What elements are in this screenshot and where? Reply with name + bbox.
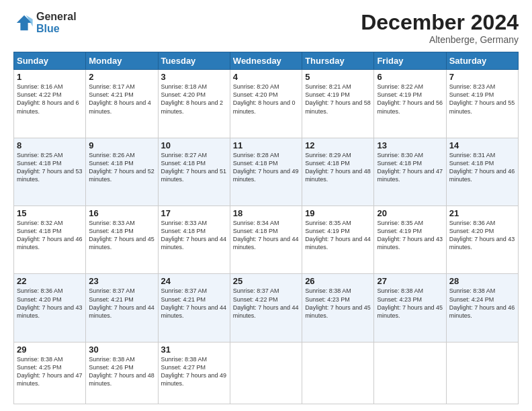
table-row: 10 Sunrise: 8:27 AM Sunset: 4:18 PM Dayl… — [158, 138, 230, 205]
daylight-label: Daylight: 7 hours and 48 minutes. — [305, 168, 371, 183]
daylight-label: Daylight: 7 hours and 43 minutes. — [449, 236, 515, 250]
logo: General Blue — [13, 11, 77, 34]
sunrise-label: Sunrise: 8:18 AM — [161, 83, 208, 90]
col-sunday: Sunday — [14, 52, 86, 70]
sunrise-label: Sunrise: 8:25 AM — [17, 152, 63, 158]
col-thursday: Thursday — [302, 52, 374, 70]
daylight-label: Daylight: 7 hours and 55 minutes. — [449, 99, 515, 114]
day-number: 28 — [449, 276, 515, 286]
day-info: Sunrise: 8:23 AM Sunset: 4:19 PM Dayligh… — [449, 83, 515, 116]
table-row: 28 Sunrise: 8:38 AM Sunset: 4:24 PM Dayl… — [446, 274, 518, 342]
daylight-label: Daylight: 7 hours and 46 minutes. — [449, 304, 515, 319]
sunset-label: Sunset: 4:18 PM — [305, 160, 350, 167]
day-info: Sunrise: 8:36 AM Sunset: 4:20 PM Dayligh… — [17, 287, 83, 320]
title-block: December 2024 Altenberge, Germany — [361, 11, 519, 45]
daylight-label: Daylight: 7 hours and 46 minutes. — [17, 236, 83, 250]
daylight-label: Daylight: 8 hours and 6 minutes. — [17, 99, 79, 114]
day-number: 23 — [89, 276, 154, 286]
table-row: 3 Sunrise: 8:18 AM Sunset: 4:20 PM Dayli… — [158, 70, 230, 138]
day-info: Sunrise: 8:35 AM Sunset: 4:19 PM Dayligh… — [305, 219, 371, 252]
sunrise-label: Sunrise: 8:22 AM — [377, 83, 423, 90]
day-number: 10 — [161, 140, 227, 150]
day-number: 6 — [377, 72, 443, 82]
day-number: 14 — [449, 140, 515, 150]
sunrise-label: Sunrise: 8:29 AM — [305, 152, 351, 158]
table-row: 25 Sunrise: 8:37 AM Sunset: 4:22 PM Dayl… — [230, 274, 302, 342]
sunset-label: Sunset: 4:21 PM — [89, 296, 134, 303]
sunrise-label: Sunrise: 8:33 AM — [161, 220, 208, 226]
sunset-label: Sunset: 4:18 PM — [17, 160, 62, 167]
sunset-label: Sunset: 4:22 PM — [233, 296, 278, 303]
calendar-week-row: 15 Sunrise: 8:32 AM Sunset: 4:18 PM Dayl… — [14, 206, 519, 274]
table-row: 2 Sunrise: 8:17 AM Sunset: 4:21 PM Dayli… — [86, 70, 158, 138]
table-row: 24 Sunrise: 8:37 AM Sunset: 4:21 PM Dayl… — [158, 274, 230, 342]
day-info: Sunrise: 8:38 AM Sunset: 4:23 PM Dayligh… — [305, 287, 371, 320]
day-number: 25 — [233, 276, 299, 286]
day-info: Sunrise: 8:38 AM Sunset: 4:24 PM Dayligh… — [449, 287, 515, 320]
sunrise-label: Sunrise: 8:36 AM — [449, 220, 496, 226]
day-number: 17 — [161, 208, 227, 218]
table-row: 22 Sunrise: 8:36 AM Sunset: 4:20 PM Dayl… — [14, 274, 86, 342]
logo-general-text: General — [36, 11, 77, 23]
sunset-label: Sunset: 4:27 PM — [161, 364, 206, 371]
logo-blue-text: Blue — [36, 23, 77, 35]
day-number: 12 — [305, 140, 371, 150]
sunset-label: Sunset: 4:20 PM — [17, 296, 62, 303]
daylight-label: Daylight: 7 hours and 44 minutes. — [89, 304, 154, 319]
sunset-label: Sunset: 4:26 PM — [89, 364, 134, 371]
day-info: Sunrise: 8:21 AM Sunset: 4:19 PM Dayligh… — [305, 83, 371, 116]
table-row: 31 Sunrise: 8:38 AM Sunset: 4:27 PM Dayl… — [158, 342, 230, 404]
sunset-label: Sunset: 4:18 PM — [161, 160, 206, 167]
sunrise-label: Sunrise: 8:30 AM — [377, 152, 423, 158]
day-number: 18 — [233, 208, 299, 218]
sunset-label: Sunset: 4:20 PM — [161, 91, 206, 98]
day-info: Sunrise: 8:27 AM Sunset: 4:18 PM Dayligh… — [161, 151, 227, 184]
day-info: Sunrise: 8:37 AM Sunset: 4:22 PM Dayligh… — [233, 287, 299, 320]
sunset-label: Sunset: 4:18 PM — [161, 228, 206, 234]
sunset-label: Sunset: 4:18 PM — [89, 160, 134, 167]
day-info: Sunrise: 8:26 AM Sunset: 4:18 PM Dayligh… — [89, 151, 154, 184]
day-number: 4 — [233, 72, 299, 82]
sunset-label: Sunset: 4:19 PM — [377, 91, 422, 98]
daylight-label: Daylight: 7 hours and 44 minutes. — [305, 236, 371, 250]
table-row — [446, 342, 518, 404]
sunrise-label: Sunrise: 8:37 AM — [89, 287, 135, 294]
day-number: 9 — [89, 140, 154, 150]
daylight-label: Daylight: 8 hours and 4 minutes. — [89, 99, 151, 114]
daylight-label: Daylight: 7 hours and 45 minutes. — [377, 304, 443, 319]
day-info: Sunrise: 8:38 AM Sunset: 4:23 PM Dayligh… — [377, 287, 443, 320]
sunrise-label: Sunrise: 8:21 AM — [305, 83, 351, 90]
daylight-label: Daylight: 7 hours and 49 minutes. — [161, 372, 227, 387]
col-wednesday: Wednesday — [230, 52, 302, 70]
sunrise-label: Sunrise: 8:34 AM — [233, 220, 279, 226]
sunrise-label: Sunrise: 8:37 AM — [233, 287, 279, 294]
day-info: Sunrise: 8:37 AM Sunset: 4:21 PM Dayligh… — [89, 287, 154, 320]
table-row: 20 Sunrise: 8:35 AM Sunset: 4:19 PM Dayl… — [374, 206, 446, 274]
day-info: Sunrise: 8:29 AM Sunset: 4:18 PM Dayligh… — [305, 151, 371, 184]
sunrise-label: Sunrise: 8:33 AM — [89, 220, 135, 226]
day-info: Sunrise: 8:35 AM Sunset: 4:19 PM Dayligh… — [377, 219, 443, 252]
sunrise-label: Sunrise: 8:27 AM — [161, 152, 208, 158]
sunset-label: Sunset: 4:25 PM — [17, 364, 62, 371]
sunset-label: Sunset: 4:18 PM — [377, 160, 422, 167]
sunset-label: Sunset: 4:18 PM — [233, 160, 278, 167]
day-info: Sunrise: 8:25 AM Sunset: 4:18 PM Dayligh… — [17, 151, 83, 184]
table-row: 11 Sunrise: 8:28 AM Sunset: 4:18 PM Dayl… — [230, 138, 302, 205]
day-info: Sunrise: 8:38 AM Sunset: 4:26 PM Dayligh… — [89, 355, 154, 388]
daylight-label: Daylight: 7 hours and 44 minutes. — [161, 236, 227, 250]
calendar-table: Sunday Monday Tuesday Wednesday Thursday… — [13, 52, 519, 404]
day-number: 16 — [89, 208, 154, 218]
day-info: Sunrise: 8:32 AM Sunset: 4:18 PM Dayligh… — [17, 219, 83, 252]
day-number: 15 — [17, 208, 83, 218]
sunset-label: Sunset: 4:20 PM — [449, 228, 494, 234]
sunrise-label: Sunrise: 8:38 AM — [305, 287, 351, 294]
col-friday: Friday — [374, 52, 446, 70]
daylight-label: Daylight: 7 hours and 46 minutes. — [449, 168, 515, 183]
sunset-label: Sunset: 4:19 PM — [449, 91, 494, 98]
sunset-label: Sunset: 4:18 PM — [233, 228, 278, 234]
daylight-label: Daylight: 8 hours and 2 minutes. — [161, 99, 224, 114]
table-row: 17 Sunrise: 8:33 AM Sunset: 4:18 PM Dayl… — [158, 206, 230, 274]
sunrise-label: Sunrise: 8:37 AM — [161, 287, 208, 294]
table-row: 18 Sunrise: 8:34 AM Sunset: 4:18 PM Dayl… — [230, 206, 302, 274]
day-number: 26 — [305, 276, 371, 286]
